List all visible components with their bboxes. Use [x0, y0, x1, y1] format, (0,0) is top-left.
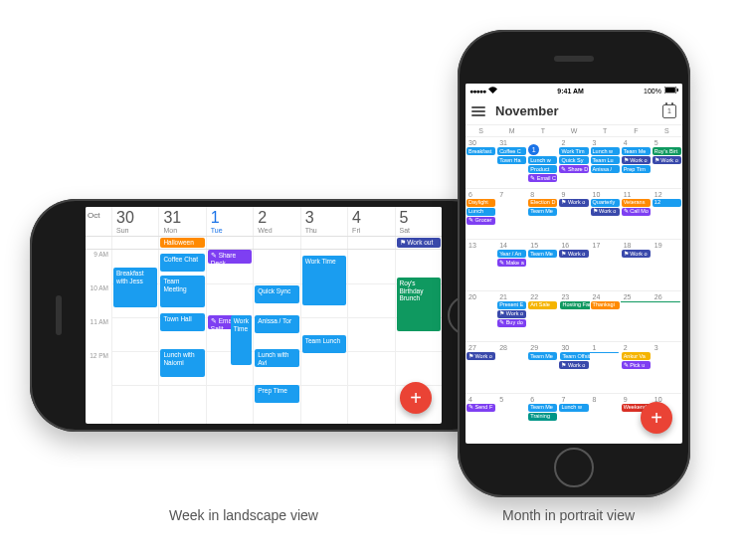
event-chip[interactable]: Lunch w [591, 147, 620, 155]
event-chip[interactable]: Lunch w [528, 156, 557, 164]
event-chip[interactable]: Lunch [466, 208, 495, 216]
month-cell[interactable]: 18⚑ Work o [621, 240, 652, 290]
month-cell[interactable]: 28 [496, 342, 527, 393]
event-chip[interactable]: ⚑ Work o [622, 250, 651, 258]
event-chip[interactable]: ✎ Email C [528, 174, 557, 182]
day-header-fri[interactable]: 4 Fri [347, 207, 394, 236]
month-cell[interactable]: 20 [466, 291, 496, 342]
event-chip[interactable]: Prep Tim [622, 165, 651, 173]
event-chip[interactable]: Hosting Family for Thanksgiving [560, 301, 589, 309]
event-chip[interactable]: ✎ Pick u [622, 361, 651, 369]
month-cell[interactable]: 10Quarterly⚑ Work o [590, 189, 621, 240]
event-team-lunch[interactable]: Team Lunch [302, 335, 346, 353]
event-chip[interactable]: Team Me [528, 208, 557, 216]
event-chip[interactable]: ⚑ Work o [466, 352, 495, 360]
month-cell[interactable]: 2Ankur Va✎ Pick u [621, 342, 652, 393]
month-cell[interactable]: 17 [590, 240, 621, 290]
event-chip[interactable]: ⚑ Work o [559, 361, 588, 369]
today-icon[interactable]: 1 [662, 104, 676, 118]
event-chip[interactable]: ✎ Make a [497, 259, 526, 267]
event-chip[interactable]: ⚑ Work o [622, 156, 651, 164]
month-cell[interactable]: 6DaylightLunch✎ Grocer [466, 189, 496, 240]
month-cell[interactable]: 27⚑ Work o [466, 342, 496, 393]
event-chip[interactable]: Art Sale [528, 301, 557, 309]
event-chip[interactable]: Coffee C [497, 147, 526, 155]
event-share-deck[interactable]: ✎ Share Deck [208, 250, 252, 264]
home-button[interactable] [554, 448, 594, 487]
event-chip[interactable]: Town Ha [497, 156, 526, 164]
event-breakfast-jess[interactable]: Breakfast with Jess [113, 268, 157, 307]
col-tue[interactable]: ✎ Share Deck ✎ Email Salit Work Time [206, 250, 253, 424]
col-mon[interactable]: Coffee Chat Team Meeting Town Hall Lunch… [158, 250, 205, 424]
event-chip[interactable]: Team Me [528, 352, 557, 360]
event-chip[interactable]: Team Me [528, 404, 557, 412]
event-quick-sync[interactable]: Quick Sync [255, 285, 298, 303]
col-wed[interactable]: Quick Sync Anissa / Tor Lunch with Avi P… [253, 250, 299, 424]
month-cell[interactable]: 11Veterans✎ Call Mo [621, 189, 652, 240]
month-cell[interactable]: 3Lunch wTeam LuAnissa / [590, 137, 621, 188]
col-sun[interactable]: Breakfast with Jess [111, 250, 158, 424]
event-anissa-tor[interactable]: Anissa / Tor [255, 315, 298, 333]
month-cell[interactable]: 30Team Offsite⚑ Work o [558, 342, 589, 393]
event-chip[interactable]: Breakfast [466, 147, 495, 155]
event-roy-brunch[interactable]: Roy's Birthday Brunch [397, 278, 441, 331]
col-thu[interactable]: Work Time Team Lunch [300, 250, 347, 424]
month-cell[interactable]: 30Breakfast [466, 137, 496, 188]
month-cell[interactable]: 13 [466, 240, 496, 290]
event-chip[interactable] [621, 301, 652, 302]
event-coffee-chat[interactable]: Coffee Chat [160, 254, 204, 272]
event-chip[interactable]: Product [528, 165, 557, 173]
month-cell[interactable]: 8Election DTeam Me [527, 189, 558, 240]
event-team-meeting[interactable]: Team Meeting [160, 276, 204, 307]
month-cell[interactable]: 1212 [652, 189, 682, 240]
event-chip[interactable]: Quarterly [591, 199, 620, 207]
month-cell[interactable]: 6Team MeTraining [527, 394, 558, 445]
day-header-thu[interactable]: 3 Thu [300, 207, 347, 236]
event-chip[interactable]: Ankur Va [622, 352, 651, 360]
event-chip[interactable]: Roy's Birt [653, 147, 681, 155]
event-chip[interactable]: 12 [653, 199, 681, 207]
event-lunch-avi[interactable]: Lunch with Avi [255, 349, 298, 367]
event-chip[interactable]: ✎ Share D [559, 165, 588, 173]
month-cell[interactable]: 9⚑ Work o [558, 189, 589, 240]
fab-add-event[interactable]: + [641, 402, 672, 434]
day-header-tue[interactable]: 1 Tue [206, 207, 253, 236]
month-grid[interactable]: 30Breakfast31Coffee CTown Ha1Lunch wProd… [466, 136, 682, 444]
month-cell[interactable]: 31Coffee CTown Ha [496, 137, 527, 188]
event-workout-sat[interactable]: ⚑ Work out [397, 238, 441, 248]
event-chip[interactable]: Team Me [528, 250, 557, 258]
event-chip[interactable]: ⚑ Work o [559, 199, 588, 207]
event-chip[interactable]: Anissa / [591, 165, 620, 173]
event-chip[interactable]: Veterans [622, 199, 651, 207]
month-cell[interactable]: 4✎ Send F [466, 394, 496, 445]
fab-add-event[interactable]: + [400, 382, 432, 414]
event-chip[interactable]: Team Lu [591, 156, 620, 164]
menu-icon[interactable] [471, 104, 485, 118]
month-cell[interactable]: 24Thanksgi [590, 291, 621, 342]
month-cell[interactable]: 8 [590, 394, 621, 445]
month-cell[interactable]: 23Hosting Family for Thanksgiving [558, 291, 589, 342]
event-chip[interactable]: ✎ Grocer [466, 217, 495, 225]
event-chip[interactable]: Team Me [622, 147, 651, 155]
month-cell[interactable]: 16⚑ Work o [558, 240, 589, 290]
event-work-time-tue[interactable]: Work Time [231, 315, 252, 365]
event-halloween[interactable]: Halloween [160, 238, 204, 248]
event-chip[interactable]: ⚑ Work o [497, 310, 526, 318]
event-chip[interactable]: Present E [497, 301, 526, 309]
month-cell[interactable]: 7Lunch w [558, 394, 589, 445]
event-chip[interactable]: ⚑ Work o [591, 208, 620, 216]
day-header-wed[interactable]: 2 Wed [253, 207, 299, 236]
event-work-time-thu[interactable]: Work Time [302, 256, 346, 305]
event-chip[interactable]: Daylight [466, 199, 495, 207]
event-chip[interactable] [652, 301, 680, 302]
month-cell[interactable]: 7 [496, 189, 527, 240]
month-cell[interactable]: 1 [590, 342, 621, 393]
event-chip[interactable]: Work Tim [559, 147, 588, 155]
event-chip[interactable]: ✎ Buy do [497, 319, 526, 327]
month-cell[interactable]: 26 [652, 291, 682, 342]
month-cell[interactable]: 25 [621, 291, 652, 342]
month-cell[interactable]: 21Present E⚑ Work o✎ Buy do [496, 291, 527, 342]
month-cell[interactable]: 4Team Me⚑ Work oPrep Tim [621, 137, 652, 188]
day-header-sat[interactable]: 5 Sat [395, 207, 442, 236]
day-header-sun[interactable]: 30 Sun [111, 207, 158, 236]
